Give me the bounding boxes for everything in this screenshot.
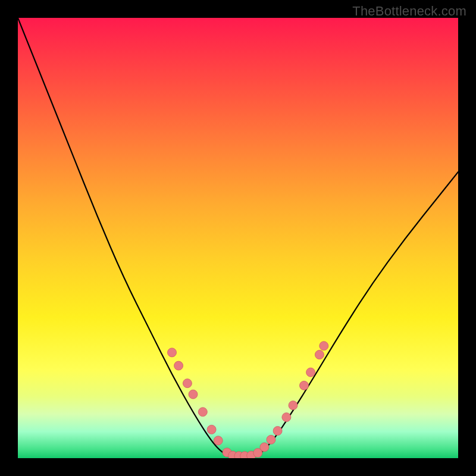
curve-marker	[320, 342, 328, 350]
curve-marker	[198, 408, 207, 416]
curve-layer	[18, 18, 458, 458]
curve-marker	[260, 443, 269, 452]
v-curve	[18, 18, 458, 457]
curve-marker	[273, 427, 282, 436]
curve-marker	[289, 401, 298, 410]
curve-marker	[214, 436, 223, 445]
curve-marker	[300, 381, 309, 390]
watermark-text: TheBottleneck.com	[352, 4, 466, 19]
plot-area	[18, 18, 458, 458]
curve-marker	[174, 361, 183, 370]
curve-marker	[207, 425, 216, 434]
curve-markers	[168, 342, 328, 458]
chart-frame: TheBottleneck.com	[0, 0, 476, 476]
curve-marker	[189, 390, 198, 399]
curve-marker	[183, 379, 192, 388]
curve-marker	[267, 435, 275, 444]
curve-marker	[306, 368, 315, 377]
curve-marker	[282, 413, 291, 422]
curve-marker	[168, 348, 177, 357]
curve-marker	[315, 350, 324, 359]
